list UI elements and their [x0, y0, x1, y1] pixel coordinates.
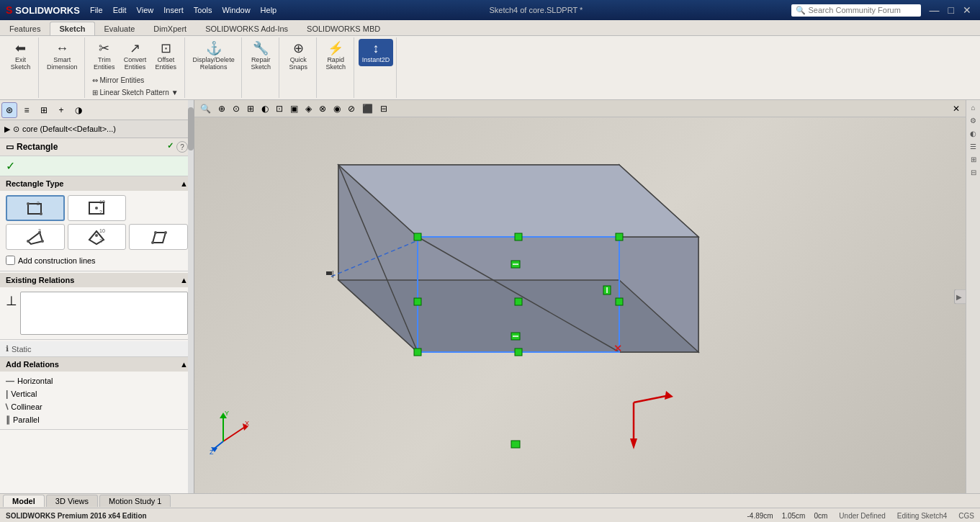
rapid-sketch-button[interactable]: ⚡ RapidSketch — [321, 39, 350, 73]
tab-model[interactable]: Model — [3, 495, 45, 507]
display-manager-tab[interactable]: ◑ — [71, 102, 86, 118]
sidebar-right-view[interactable]: ◐ — [968, 127, 979, 139]
sidebar-right-home[interactable]: ⌂ — [968, 102, 979, 113]
viewport-tool-13[interactable]: ⊟ — [377, 102, 390, 115]
existing-relations-box[interactable] — [20, 292, 188, 335]
tab-mbd[interactable]: SOLIDWORKS MBD — [297, 22, 390, 35]
viewport-tool-4[interactable]: ⊞ — [244, 102, 257, 115]
menu-window[interactable]: Window — [217, 4, 254, 16]
tab-sketch[interactable]: Sketch — [50, 22, 94, 35]
tab-dimxpert[interactable]: DimXpert — [144, 22, 196, 35]
viewport-tool-3[interactable]: ⊙ — [230, 102, 243, 115]
linear-sketch-pattern-button[interactable]: ⊞ Linear Sketch Pattern ▼ — [89, 87, 181, 98]
tab-addins[interactable]: SOLIDWORKS Add-Ins — [196, 22, 297, 35]
close-button[interactable]: ✕ — [960, 4, 974, 16]
tab-features[interactable]: Features — [0, 22, 50, 35]
pp-help-button[interactable]: ? — [176, 141, 188, 153]
menu-edit[interactable]: Edit — [109, 4, 131, 16]
relation-vertical[interactable]: | Vertical — [6, 387, 188, 400]
relation-parallel[interactable]: ∥ Parallel — [6, 413, 188, 426]
rect-type-center3-button[interactable]: 102 — [68, 224, 127, 250]
pp-confirm-button[interactable]: ✓ — [167, 141, 174, 153]
panel-scrollbar[interactable] — [188, 100, 194, 493]
property-manager-tab[interactable]: ≡ — [19, 102, 35, 118]
add-construction-lines-checkbox[interactable] — [6, 256, 15, 265]
repair-sketch-button[interactable]: 🔧 RepairSketch — [246, 39, 275, 73]
rect-type-center-mid-button[interactable]: 102 — [68, 195, 127, 221]
rect-type-parallelogram3-button[interactable]: 3 — [6, 224, 65, 250]
convert-entities-button[interactable]: ↗ ConvertEntities — [120, 39, 150, 73]
viewport[interactable]: 🔍 ⊕ ⊙ ⊞ ◐ ⊡ ▣ ◈ ⊗ ◉ ⊘ ⬛ ⊟ ✕ — [194, 100, 966, 493]
exit-sketch-button[interactable]: ⬅ ExitSketch — [6, 39, 35, 73]
add-relations-collapse-icon[interactable]: ▲ — [180, 360, 188, 369]
pp-title: ▭ Rectangle — [6, 142, 58, 152]
tab-motion-study[interactable]: Motion Study 1 — [99, 495, 171, 507]
viewport-tool-9[interactable]: ⊗ — [316, 102, 329, 115]
quick-snaps-button[interactable]: ⊕ QuickSnaps — [284, 39, 313, 73]
vertical-relation-label: Vertical — [11, 390, 37, 398]
add-relations-header[interactable]: Add Relations ▲ — [0, 357, 194, 372]
viewport-tool-7[interactable]: ▣ — [287, 102, 301, 115]
menu-insert[interactable]: Insert — [159, 4, 188, 16]
sidebar-right-filter[interactable]: ☰ — [968, 140, 979, 152]
existing-relations-collapse-icon[interactable]: ▲ — [180, 276, 188, 284]
tree-expand-icon[interactable]: ▶ — [4, 125, 10, 134]
svg-text:2: 2 — [99, 210, 102, 215]
app-logo: S SOLIDWORKS — [6, 4, 80, 16]
menu-file[interactable]: File — [86, 4, 107, 16]
search-area[interactable]: 🔍 — [791, 4, 921, 17]
viewport-tool-12[interactable]: ⬛ — [359, 102, 376, 115]
panel-scrollbar-thumb[interactable] — [188, 107, 194, 150]
config-manager-tab[interactable]: ⊞ — [36, 102, 52, 118]
trim-entities-button[interactable]: ✂ TrimEntities — [90, 39, 119, 73]
feature-manager-tab[interactable]: ⊛ — [1, 102, 17, 118]
menu-view[interactable]: View — [132, 4, 158, 16]
viewport-right-collapse[interactable]: ▶ — [954, 289, 966, 304]
viewport-tool-11[interactable]: ⊘ — [345, 102, 358, 115]
rectangle-type-collapse-icon[interactable]: ▲ — [180, 179, 188, 188]
maximize-button[interactable]: □ — [945, 4, 957, 16]
bottom-tabs: Model 3D Views Motion Study 1 — [0, 493, 980, 508]
tab-evaluate[interactable]: Evaluate — [95, 22, 145, 35]
offset-entities-button[interactable]: ⊡ OffsetEntities — [151, 39, 180, 73]
static-label: Static — [12, 345, 32, 354]
coord-y: 1.05cm — [782, 512, 806, 520]
viewport-tool-10[interactable]: ◉ — [331, 102, 343, 115]
viewport-tool-8[interactable]: ◈ — [302, 102, 315, 115]
viewport-close-icon[interactable]: ✕ — [950, 102, 963, 115]
smart-dimension-button[interactable]: ↔ SmartDimension — [43, 39, 81, 73]
tab-3d-views[interactable]: 3D Views — [46, 495, 98, 507]
relation-horizontal[interactable]: — Horizontal — [6, 374, 188, 387]
menu-bar[interactable]: File Edit View Insert Tools Window Help — [86, 4, 281, 16]
display-delete-relations-button[interactable]: ⚓ Display/DeleteRelations — [189, 39, 238, 73]
display-delete-icon: ⚓ — [206, 42, 222, 55]
search-input[interactable] — [809, 6, 917, 14]
rect-type-angled-button[interactable] — [129, 224, 188, 250]
svg-text:10: 10 — [99, 199, 105, 204]
menu-help[interactable]: Help — [256, 4, 282, 16]
svg-text:2: 2 — [99, 238, 102, 243]
viewport-tool-5[interactable]: ◐ — [259, 102, 271, 115]
sidebar-right-settings[interactable]: ⚙ — [968, 114, 979, 126]
linear-pattern-dropdown-icon[interactable]: ▼ — [171, 89, 179, 96]
existing-relations-header[interactable]: Existing Relations ▲ — [0, 273, 194, 287]
viewport-tool-2[interactable]: ⊕ — [215, 102, 228, 115]
sidebar-right-measure[interactable]: ⊞ — [968, 153, 979, 165]
rectangle-type-label: Rectangle Type — [6, 179, 64, 188]
rect-type-corner-button[interactable]: 2 — [6, 195, 65, 221]
relation-collinear[interactable]: / Collinear — [6, 400, 188, 413]
minimize-button[interactable]: — — [927, 4, 943, 16]
viewport-tool-1[interactable]: 🔍 — [197, 102, 214, 115]
window-controls[interactable]: — □ ✕ — [927, 4, 974, 16]
add-construction-lines-row[interactable]: Add construction lines — [6, 254, 188, 266]
menu-tools[interactable]: Tools — [189, 4, 217, 16]
viewport-tool-6[interactable]: ⊡ — [273, 102, 286, 115]
edition-label: SOLIDWORKS Premium 2016 x64 Edition — [6, 512, 147, 520]
ribbon-tabs[interactable]: Features Sketch Evaluate DimXpert SOLIDW… — [0, 20, 980, 36]
sidebar-right-graph[interactable]: ⊟ — [968, 166, 979, 178]
dim-expert-tab[interactable]: + — [53, 102, 69, 118]
rectangle-type-header[interactable]: Rectangle Type ▲ — [0, 176, 194, 191]
mirror-entities-button[interactable]: ⇔ Mirror Entities — [89, 75, 148, 86]
convert-icon: ↗ — [130, 42, 140, 55]
instant2d-button[interactable]: ↕ Instant2D — [359, 39, 394, 66]
